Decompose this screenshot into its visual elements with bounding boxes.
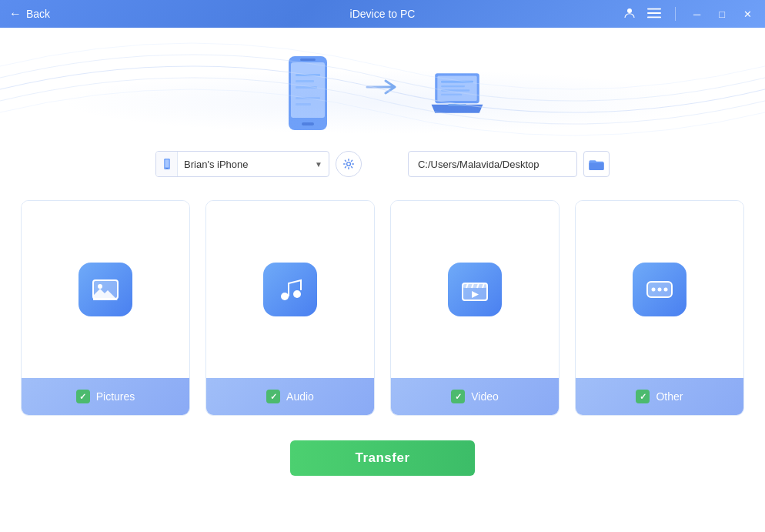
svg-rect-13 [435,73,479,103]
source-selector-group: Brian's iPhone ▼ [155,151,362,177]
other-check: ✓ [636,390,650,403]
svg-rect-17 [441,89,469,91]
svg-rect-16 [441,85,465,87]
user-icon[interactable] [623,6,636,22]
card-other-body [576,201,743,378]
video-check: ✓ [451,390,465,403]
destination-selector-group [408,151,610,177]
transfer-arrow-icon [366,76,399,103]
transfer-visual [0,28,765,151]
svg-point-38 [652,288,656,292]
music-icon [276,276,304,303]
video-label: Video [471,390,499,403]
destination-device [430,51,484,136]
dropdown-arrow-icon: ▼ [309,160,329,169]
source-device [281,51,335,136]
card-audio-footer: ✓ Audio [206,378,374,415]
laptop-icon [430,66,484,120]
svg-rect-8 [296,74,320,76]
card-audio[interactable]: ✓ Audio [205,200,375,416]
svg-rect-1 [647,8,661,10]
destination-path-input[interactable] [408,151,577,177]
card-video-footer: ✓ Video [391,378,559,415]
phone-small-icon [162,159,172,169]
svg-rect-7 [302,122,314,125]
svg-point-26 [98,284,102,289]
svg-rect-2 [647,12,661,14]
svg-point-40 [664,288,668,292]
svg-rect-12 [296,103,311,105]
svg-rect-10 [296,86,317,89]
main-content: Brian's iPhone ▼ [0,28,765,532]
svg-point-39 [658,288,662,292]
card-other-footer: ✓ Other [576,378,743,415]
audio-check: ✓ [266,390,280,403]
card-other[interactable]: ✓ Other [575,200,744,416]
other-label: Other [656,390,683,403]
folder-icon [589,158,604,170]
card-audio-body [206,201,374,378]
pictures-check: ✓ [76,390,90,403]
transfer-button[interactable]: Transfer [290,440,475,476]
video-icon-wrap [448,263,502,316]
more-icon [646,276,673,303]
app-title: iDevice to PC [350,8,416,20]
wave-lines [0,28,765,151]
minimize-button[interactable]: ─ [690,7,704,22]
back-button[interactable]: ← Back [9,7,50,21]
svg-rect-14 [437,75,476,101]
selectors-row: Brian's iPhone ▼ [0,151,765,177]
right-arrow-icon [366,76,399,98]
card-pictures[interactable]: ✓ Pictures [21,200,190,416]
maximize-button[interactable]: □ [715,7,729,22]
settings-icon [342,158,355,170]
svg-point-0 [627,8,632,13]
svg-point-27 [281,293,289,300]
svg-rect-21 [165,159,169,167]
device-small-icon [156,151,178,177]
card-pictures-footer: ✓ Pictures [22,378,189,415]
window-controls: ─ □ ✕ [623,6,756,22]
photo-icon [92,276,119,303]
svg-rect-9 [296,80,314,82]
audio-label: Audio [286,390,314,403]
menu-icon[interactable] [647,8,661,20]
video-icon [461,276,489,303]
svg-point-28 [293,290,301,298]
svg-point-23 [347,162,351,166]
svg-rect-6 [300,59,316,61]
device-dropdown[interactable]: Brian's iPhone [178,159,309,170]
svg-rect-22 [165,168,168,169]
svg-rect-15 [441,81,473,83]
svg-rect-19 [448,104,466,105]
back-arrow-icon: ← [9,7,22,21]
pictures-label: Pictures [96,390,135,403]
pictures-icon-wrap [79,263,132,316]
svg-rect-5 [291,62,325,118]
titlebar-divider [675,7,676,21]
category-cards: ✓ Pictures ✓ Audio [0,200,765,416]
settings-button[interactable] [336,151,362,177]
card-video-body [391,201,559,378]
phone-icon [285,55,331,132]
browse-folder-button[interactable] [583,151,610,177]
svg-rect-11 [296,97,320,99]
close-button[interactable]: ✕ [740,7,756,22]
titlebar: ← Back iDevice to PC ─ □ ✕ [0,0,765,28]
back-label: Back [26,8,50,20]
card-video[interactable]: ✓ Video [390,200,560,416]
svg-rect-4 [289,56,327,130]
svg-rect-18 [441,94,462,95]
device-select-wrapper: Brian's iPhone ▼ [155,151,329,177]
svg-rect-3 [647,17,661,18]
card-pictures-body [22,201,189,378]
audio-icon-wrap [263,263,317,316]
other-icon-wrap [633,263,686,316]
